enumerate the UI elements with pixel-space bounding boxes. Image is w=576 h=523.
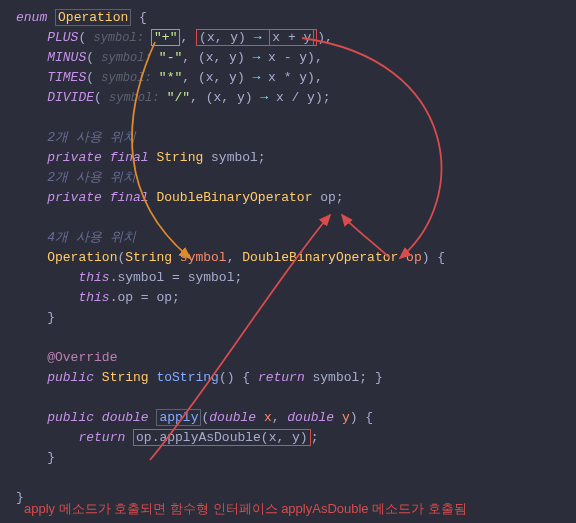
- code-line: DIVIDE( symbol: "/", (x, y) → x / y);: [16, 88, 576, 108]
- blank-line: [16, 328, 576, 348]
- code-line: }: [16, 448, 576, 468]
- code-line: private final DoubleBinaryOperator op;: [16, 188, 576, 208]
- usage-hint: 2개 사용 위치: [16, 128, 576, 148]
- code-line: TIMES( symbol: "*", (x, y) → x * y),: [16, 68, 576, 88]
- code-line: }: [16, 308, 576, 328]
- code-line: public double apply(double x, double y) …: [16, 408, 576, 428]
- code-line: this.op = op;: [16, 288, 576, 308]
- code-line: return op.applyAsDouble(x, y);: [16, 428, 576, 448]
- code-line: private final String symbol;: [16, 148, 576, 168]
- usage-hint: 2개 사용 위치: [16, 168, 576, 188]
- code-line: Operation(String symbol, DoubleBinaryOpe…: [16, 248, 576, 268]
- apply-method: apply: [156, 409, 201, 426]
- code-line: MINUS( symbol: "-", (x, y) → x - y),: [16, 48, 576, 68]
- blank-line: [16, 388, 576, 408]
- code-line: PLUS( symbol: "+", (x, y) → x + y),: [16, 28, 576, 48]
- blank-line: [16, 468, 576, 488]
- blank-line: [16, 208, 576, 228]
- blank-line: [16, 108, 576, 128]
- usage-hint: 4개 사용 위치: [16, 228, 576, 248]
- code-line: this.symbol = symbol;: [16, 268, 576, 288]
- plus-symbol: "+": [151, 29, 180, 46]
- code-line: @Override: [16, 348, 576, 368]
- enum-name: Operation: [55, 9, 131, 26]
- code-block: enum Operation { PLUS( symbol: "+", (x, …: [0, 0, 576, 508]
- lambda-body: x + y: [269, 29, 314, 46]
- footnote-text: apply 메소드가 호출되면 함수형 인터페이스 applyAsDouble …: [24, 500, 467, 518]
- code-line: enum Operation {: [16, 8, 576, 28]
- code-line: public String toString() { return symbol…: [16, 368, 576, 388]
- apply-as-double-call: op.applyAsDouble(x, y): [133, 429, 311, 446]
